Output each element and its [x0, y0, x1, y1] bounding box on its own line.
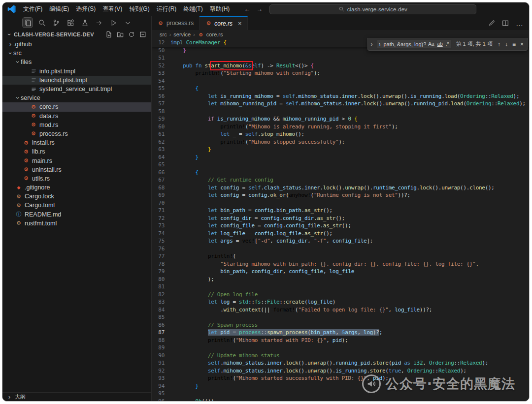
code-line[interactable]: 63 }: [152, 146, 529, 154]
run-debug-icon[interactable]: [108, 17, 119, 28]
code-line[interactable]: 93 println!("Mihomo started successfully…: [152, 374, 529, 382]
code-line[interactable]: 85: [152, 313, 529, 321]
breadcrumb-item[interactable]: ⚙core.rs: [198, 31, 223, 37]
tree-file-main.rs[interactable]: ⚙main.rs: [2, 156, 151, 165]
refresh-icon[interactable]: [128, 31, 135, 38]
tab-core.rs[interactable]: ⚙core.rs×: [200, 16, 247, 30]
breadcrumb-item[interactable]: service: [173, 31, 191, 37]
source-control-icon[interactable]: [51, 17, 62, 28]
new-file-icon[interactable]: [105, 31, 112, 38]
code-line[interactable]: 76: [152, 245, 529, 253]
code-line[interactable]: 61 let _ = self.stop_mihomo();: [152, 130, 529, 138]
code-line[interactable]: 90 // Update mihomo status: [152, 352, 529, 360]
menu-item[interactable]: 转到(G): [126, 5, 153, 13]
split-editor-icon[interactable]: [502, 20, 509, 27]
menu-item[interactable]: 帮助(H): [206, 5, 233, 13]
code-line[interactable]: 82 // Open log file: [152, 291, 529, 299]
close-icon[interactable]: ×: [238, 20, 242, 27]
code-line[interactable]: 92 self.mihomo_status.inner.lock().unwra…: [152, 367, 529, 375]
code-line[interactable]: 56 let is_running_mihomo = self.mihomo_s…: [152, 93, 529, 100]
edit-icon[interactable]: [488, 20, 495, 27]
code-editor[interactable]: 12impl CoreManager { 50 }5152 pub fn sta…: [152, 39, 529, 401]
menu-item[interactable]: 运行(R): [153, 5, 180, 13]
code-line[interactable]: 95: [152, 390, 529, 398]
code-line[interactable]: 52 pub fn start_mihomo(&self) -> Result<…: [152, 62, 529, 70]
tree-file-process.rs[interactable]: ⚙process.rs: [2, 129, 151, 138]
tree-file-uninstall.rs[interactable]: ⚙uninstall.rs: [2, 165, 151, 174]
explorer-icon[interactable]: [22, 17, 33, 28]
code-line[interactable]: 89: [152, 344, 529, 352]
tree-file-rustfmt.toml[interactable]: ⚙rustfmt.toml: [2, 219, 151, 228]
extensions-icon[interactable]: [65, 17, 76, 28]
find-input[interactable]: bin_path, &args, log)? Aa ab .*: [377, 39, 452, 49]
code-line[interactable]: 96 Ok(()): [152, 398, 529, 402]
tree-file-README.md[interactable]: ⓘREADME.md: [2, 210, 151, 219]
code-line[interactable]: 53 println!("Starting mihomo with config…: [152, 69, 529, 77]
command-center-search[interactable]: clash-verge-service-dev: [269, 4, 476, 14]
tree-file-core.rs[interactable]: ⚙core.rs: [2, 102, 151, 111]
menu-item[interactable]: 文件(F): [20, 5, 46, 13]
code-line[interactable]: 84 .with_context(|| format!("Failed to o…: [152, 306, 529, 314]
tree-file-launchd.plist.tmpl[interactable]: launchd.plist.tmpl: [2, 76, 151, 85]
code-line[interactable]: 81: [152, 283, 529, 291]
find-previous-icon[interactable]: ↑: [497, 41, 501, 48]
code-line[interactable]: 73 let config_file = config.config_file.…: [152, 222, 529, 230]
code-line[interactable]: 94 }: [152, 382, 529, 390]
remote-icon[interactable]: [94, 17, 104, 28]
tree-file-Cargo.lock[interactable]: ⚙Cargo.lock: [2, 192, 151, 201]
code-line[interactable]: 86 // Spawn process: [152, 321, 529, 329]
search-icon[interactable]: [36, 17, 47, 28]
tree-file-install.rs[interactable]: ⚙install.rs: [2, 138, 151, 147]
tree-file-utils.rs[interactable]: ⚙utils.rs: [2, 174, 151, 183]
new-folder-icon[interactable]: [117, 31, 124, 38]
find-next-icon[interactable]: ↓: [504, 41, 509, 48]
find-replace-toggle-icon[interactable]: ›: [370, 41, 374, 48]
code-line[interactable]: 78 "Starting mihomo with bin_path: {}, c…: [152, 260, 529, 268]
tree-file-mod.rs[interactable]: ⚙mod.rs: [2, 121, 151, 129]
code-line[interactable]: 83 let log = std::fs::File::create(log_f…: [152, 298, 529, 306]
menu-item[interactable]: 编辑(E): [46, 5, 72, 13]
breadcrumb-item[interactable]: src: [160, 31, 167, 37]
regex-toggle[interactable]: .*: [445, 41, 450, 47]
whole-word-toggle[interactable]: ab: [436, 41, 444, 47]
tree-folder-files[interactable]: ›files: [2, 58, 151, 66]
code-line[interactable]: 62 println!("Mihomo stopped successfully…: [152, 138, 529, 146]
code-line[interactable]: 88 println!("Mihomo started with PID: {}…: [152, 337, 529, 344]
code-line[interactable]: 67 // Get runtime config: [152, 176, 529, 184]
code-line[interactable]: 91 self.mihomo_status.inner.lock().unwra…: [152, 359, 529, 367]
tree-file-data.rs[interactable]: ⚙data.rs: [2, 112, 151, 121]
code-line[interactable]: 77 println!(: [152, 252, 529, 260]
tree-folder-.github[interactable]: ›.github: [2, 40, 151, 49]
code-line[interactable]: 69 let config = config.ok_or(anyhow!("Ru…: [152, 191, 529, 199]
code-line[interactable]: 71 let bin_path = config.bin_path.as_str…: [152, 207, 529, 215]
code-line[interactable]: 87 let pid = process::spawn_process(bin_…: [152, 329, 529, 337]
more-actions-icon[interactable]: …: [516, 19, 523, 28]
code-line[interactable]: 74 let log_file = config.log_file.as_str…: [152, 230, 529, 238]
code-line[interactable]: 57 let mihomo_running_pid = self.mihomo_…: [152, 100, 529, 108]
outline-section[interactable]: › 大纲: [2, 392, 151, 401]
tree-file-Cargo.toml[interactable]: ⚙Cargo.toml: [2, 201, 151, 210]
code-line[interactable]: 75 let args = vec!["-d", config_dir, "-f…: [152, 237, 529, 245]
code-line[interactable]: 59 if is_running_mihomo && mihomo_runnin…: [152, 115, 529, 123]
code-line[interactable]: 80 );: [152, 276, 529, 283]
code-line[interactable]: 72 let config_dir = config.config_dir.as…: [152, 215, 529, 222]
match-case-toggle[interactable]: Aa: [427, 41, 435, 47]
tree-folder-service[interactable]: ›service: [2, 93, 151, 102]
menu-item[interactable]: 选择(S): [72, 5, 99, 13]
code-line[interactable]: 64 }: [152, 154, 529, 161]
tree-file-systemd_service_unit.tmpl[interactable]: systemd_service_unit.tmpl: [2, 85, 151, 93]
code-line[interactable]: 51: [152, 54, 529, 62]
code-line[interactable]: 68 let config = self.clash_status.inner.…: [152, 184, 529, 192]
code-line[interactable]: 66 {: [152, 169, 529, 177]
code-line[interactable]: 55 {: [152, 85, 529, 93]
code-line[interactable]: 58: [152, 108, 529, 116]
tree-file-.gitignore[interactable]: ◆.gitignore: [2, 183, 151, 192]
chevron-down-icon[interactable]: ›: [6, 31, 12, 37]
tree-file-lib.rs[interactable]: ⚙lib.rs: [2, 147, 151, 156]
find-close-icon[interactable]: ×: [519, 41, 525, 48]
find-in-selection-icon[interactable]: ≡: [511, 41, 517, 48]
code-line[interactable]: 65: [152, 161, 529, 169]
menu-item[interactable]: 查看(V): [99, 5, 126, 13]
testing-icon[interactable]: [79, 17, 90, 28]
more-icon[interactable]: [122, 17, 133, 28]
